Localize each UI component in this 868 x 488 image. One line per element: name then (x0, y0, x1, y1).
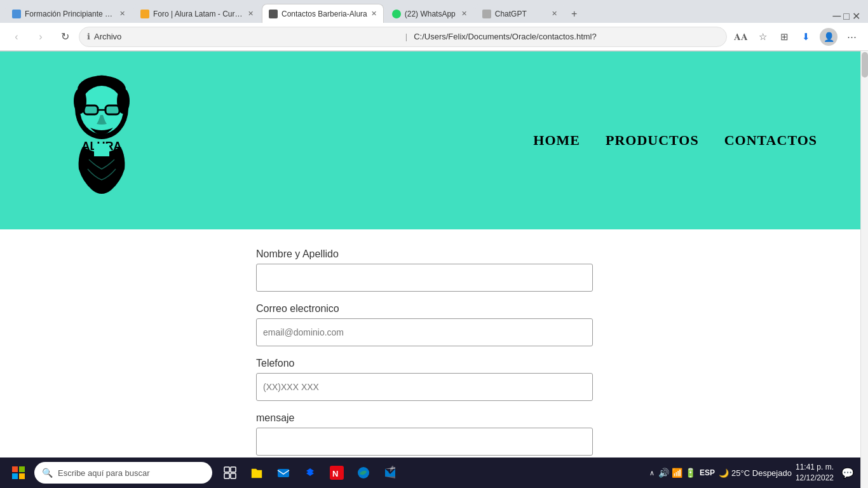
battery-icon[interactable]: 🔋 (685, 468, 696, 478)
svg-rect-20 (224, 473, 229, 478)
tab-title-whatsapp: (22) WhatsApp (405, 10, 458, 18)
taskbar-app-dropbox[interactable] (297, 460, 323, 485)
tab-favicon-chatgpt (482, 10, 491, 18)
mensaje-input[interactable] (256, 428, 593, 456)
clock-time: 11:41 p. m. (796, 462, 834, 473)
notification-button[interactable]: 💬 (837, 463, 858, 483)
scrollbar-track[interactable] (860, 51, 868, 488)
svg-rect-21 (231, 473, 236, 478)
tab-formacion[interactable]: Formación Principiante en Pr ✕ (5, 4, 132, 23)
language-indicator[interactable]: ESP (700, 468, 715, 477)
taskbar-app-mail[interactable] (271, 460, 296, 485)
sys-icons: 🔊 📶 🔋 (658, 468, 696, 478)
wifi-icon[interactable]: 📶 (672, 468, 682, 478)
svg-rect-13 (94, 144, 109, 156)
form-group-mensaje: mensaje (256, 412, 612, 456)
back-button[interactable]: ‹ (6, 27, 27, 47)
taskbar-clock[interactable]: 11:41 p. m. 12/12/2022 (796, 462, 834, 484)
address-bar[interactable]: ℹ Archivo | C:/Users/Felix/Documents/Ora… (79, 27, 727, 47)
svg-rect-9 (106, 106, 119, 114)
tab-close-alura[interactable]: ✕ (248, 10, 254, 18)
svg-rect-18 (224, 467, 229, 472)
telefono-label: Telefono (256, 358, 612, 369)
forward-button[interactable]: › (31, 27, 51, 47)
mensaje-label: mensaje (256, 412, 612, 424)
close-window-button[interactable]: ✕ (852, 10, 860, 22)
telefono-input[interactable] (256, 373, 593, 401)
form-group-nombre: Nombre y Apellido (256, 248, 612, 292)
start-button[interactable] (5, 459, 32, 486)
notification-icon: 💬 (841, 467, 854, 479)
downloads-button[interactable]: ⬇ (796, 27, 816, 47)
contact-form-section: Nombre y Apellido Correo electronico Tel… (243, 229, 625, 480)
new-tab-button[interactable]: + (566, 5, 583, 23)
taskbar-app-vscode[interactable] (377, 460, 403, 485)
nombre-input[interactable] (256, 264, 593, 292)
site-nav: HOME PRODUCTOS CONTACTOS (533, 132, 817, 149)
nav-productos[interactable]: PRODUCTOS (606, 132, 699, 149)
address-url: C:/Users/Felix/Documents/Oracle/contacto… (414, 32, 719, 41)
weather-widget[interactable]: 🌙 25°C Despejado (719, 468, 792, 478)
tab-title-alura: Foro | Alura Latam - Cursos c (153, 10, 244, 18)
svg-rect-14 (12, 466, 18, 472)
volume-icon[interactable]: 🔊 (658, 468, 669, 478)
nav-home[interactable]: HOME (533, 132, 580, 149)
tab-contactos[interactable]: Contactos Barberia-Alura ✕ (262, 4, 384, 23)
moon-icon: 🌙 (719, 468, 729, 478)
address-info-icon: ℹ (87, 32, 90, 41)
profile-button[interactable]: 👤 (820, 28, 837, 46)
scrollbar-thumb[interactable] (862, 52, 868, 78)
nombre-label: Nombre y Apellido (256, 248, 612, 260)
browser-chrome: Formación Principiante en Pr ✕ Foro | Al… (0, 0, 868, 51)
browser-tabs: Formación Principiante en Pr ✕ Foro | Al… (0, 0, 868, 23)
browser-toolbar: ‹ › ↻ ℹ Archivo | C:/Users/Felix/Documen… (0, 23, 868, 51)
tab-close-formacion[interactable]: ✕ (119, 10, 125, 18)
taskbar-search[interactable]: 🔍 Escribe aquí para buscar (34, 462, 212, 484)
taskbar-app-netflix[interactable]: N (324, 460, 349, 485)
correo-label: Correo electronico (256, 303, 612, 315)
tab-close-chatgpt[interactable]: ✕ (552, 10, 557, 18)
taskbar-app-files[interactable] (244, 460, 269, 485)
logo-container: ALURA ESTD 2020 (51, 64, 153, 217)
tab-favicon-alura (140, 10, 149, 18)
maximize-button[interactable]: □ (843, 11, 850, 22)
read-aloud-button[interactable]: 𝐀𝐀 (731, 27, 751, 47)
form-group-telefono: Telefono (256, 358, 612, 401)
toolbar-right: 𝐀𝐀 ☆ ⊞ ⬇ 👤 ⋯ (731, 27, 862, 47)
tab-favicon-contactos (269, 10, 278, 18)
svg-rect-8 (85, 106, 97, 114)
address-separator: | (405, 32, 407, 41)
taskbar-app-taskview[interactable] (217, 460, 243, 485)
tray-expand-button[interactable]: ∧ (649, 469, 654, 477)
svg-text:N: N (332, 469, 338, 478)
taskbar-app-edge[interactable] (351, 460, 376, 485)
tab-whatsapp[interactable]: (22) WhatsApp ✕ (385, 4, 474, 23)
tab-alura[interactable]: Foro | Alura Latam - Cursos c ✕ (133, 4, 261, 23)
page-content: ALURA ESTD 2020 HOME PRODUCTOS CONTACTOS (0, 51, 868, 488)
tab-title-contactos: Contactos Barberia-Alura (281, 10, 367, 18)
taskbar-tray: ∧ 🔊 📶 🔋 ESP 🌙 25°C Despejado 11:41 p. m.… (649, 462, 863, 484)
taskbar: 🔍 Escribe aquí para buscar (0, 458, 868, 488)
tab-close-whatsapp[interactable]: ✕ (461, 10, 467, 18)
search-icon: 🔍 (42, 468, 53, 478)
address-protocol: Archivo (94, 32, 399, 41)
site-logo: ALURA ESTD 2020 (51, 64, 153, 217)
search-placeholder-text: Escribe aquí para buscar (58, 468, 150, 478)
tab-close-contactos[interactable]: ✕ (371, 10, 377, 18)
svg-rect-22 (278, 469, 289, 477)
nav-contactos[interactable]: CONTACTOS (724, 132, 817, 149)
clock-date: 12/12/2022 (796, 473, 834, 484)
refresh-button[interactable]: ↻ (55, 27, 75, 47)
tab-title-chatgpt: ChatGPT (495, 10, 548, 18)
settings-button[interactable]: ⋯ (841, 27, 862, 47)
collections-button[interactable]: ⊞ (774, 27, 794, 47)
svg-rect-19 (231, 467, 236, 472)
favorites-add-button[interactable]: ☆ (752, 27, 773, 47)
correo-input[interactable] (256, 318, 593, 346)
tab-chatgpt[interactable]: ChatGPT ✕ (475, 4, 564, 23)
tab-favicon-whatsapp (392, 10, 401, 18)
minimize-button[interactable]: ─ (833, 10, 841, 23)
form-group-correo: Correo electronico (256, 303, 612, 346)
site-header: ALURA ESTD 2020 HOME PRODUCTOS CONTACTOS (0, 51, 868, 229)
taskbar-apps: N (217, 460, 403, 485)
